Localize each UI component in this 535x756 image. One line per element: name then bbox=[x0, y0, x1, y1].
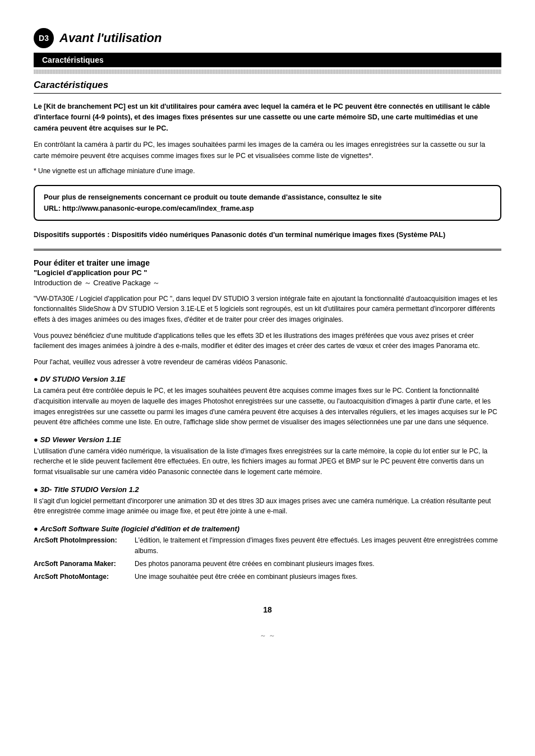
bullet-title-sd-viewer: SD Viewer Version 1.1E bbox=[34, 435, 501, 444]
arcsoft-table: ArcSoft PhotoImpression: L'édition, le t… bbox=[34, 535, 501, 583]
intro-paragraph-1: Le [Kit de branchement PC] est un kit d'… bbox=[34, 101, 501, 134]
black-bar-label: Caractéristiques bbox=[34, 53, 501, 67]
bullet-sd-viewer: SD Viewer Version 1.1E L'utilisation d'u… bbox=[34, 435, 501, 477]
description-1: "VW-DTA30E / Logiciel d'application pour… bbox=[34, 294, 501, 325]
bullet-title-arcsoft: ArcSoft Software Suite (logiciel d'éditi… bbox=[34, 525, 501, 533]
page-header: D3 Avant l'utilisation bbox=[34, 28, 501, 48]
info-box-line1: Pour plus de renseignements concernant c… bbox=[44, 192, 491, 203]
description-2: Vous pouvez bénéficiez d'une multitude d… bbox=[34, 331, 501, 351]
page-title: Avant l'utilisation bbox=[59, 31, 162, 45]
info-box-line2: URL: http://www.panasonic-europe.com/eca… bbox=[44, 203, 491, 214]
arcsoft-label-0: ArcSoft PhotoImpression: bbox=[34, 535, 129, 556]
description-3: Pour l'achat, veuillez vous adresser à v… bbox=[34, 357, 501, 368]
info-box: Pour plus de renseignements concernant c… bbox=[34, 185, 501, 221]
intro-creative-package: Introduction de ～ Creative Package ～ bbox=[34, 278, 501, 288]
section-icon: D3 bbox=[34, 28, 54, 48]
dispositifs-text: Dispositifs supportés : Dispositifs vidé… bbox=[34, 231, 501, 239]
double-line-separator bbox=[34, 249, 501, 251]
bullet-arcsoft: ArcSoft Software Suite (logiciel d'éditi… bbox=[34, 525, 501, 583]
bullet-body-dv-studio: La caméra peut être contrôlée depuis le … bbox=[34, 386, 501, 427]
subsection-title: Pour éditer et traiter une image bbox=[34, 258, 501, 267]
arcsoft-value-0: L'édition, le traitement et l'impression… bbox=[135, 535, 501, 556]
arcsoft-label-2: ArcSoft PhotoMontage: bbox=[34, 572, 129, 582]
section-italic-title: Caractéristiques bbox=[34, 80, 501, 94]
bullet-body-sd-viewer: L'utilisation d'une caméra vidéo numériq… bbox=[34, 446, 501, 477]
bullet-title-3d-title: 3D- Title STUDIO Version 1.2 bbox=[34, 485, 501, 494]
bullet-title-dv-studio: DV STUDIO Version 3.1E bbox=[34, 375, 501, 383]
arcsoft-value-1: Des photos panorama peuvent être créées … bbox=[135, 559, 501, 569]
intro-paragraph-2: En contrôlant la caméra à partir du PC, … bbox=[34, 140, 501, 161]
arcsoft-row-1: ArcSoft Panorama Maker: Des photos panor… bbox=[34, 559, 501, 569]
arcsoft-row-2: ArcSoft PhotoMontage: Une image souhaité… bbox=[34, 572, 501, 582]
arcsoft-value-2: Une image souhaitée peut être créée en c… bbox=[135, 572, 501, 582]
bullet-body-3d-title: Il s'agit d'un logiciel permettant d'inc… bbox=[34, 496, 501, 517]
page-number: 18 bbox=[34, 605, 501, 614]
arcsoft-label-1: ArcSoft Panorama Maker: bbox=[34, 559, 129, 569]
decorative-noise-bar bbox=[34, 69, 501, 74]
bottom-decoration: ～ ～ bbox=[34, 631, 501, 641]
bullet-3d-title: 3D- Title STUDIO Version 1.2 Il s'agit d… bbox=[34, 485, 501, 517]
arcsoft-row-0: ArcSoft PhotoImpression: L'édition, le t… bbox=[34, 535, 501, 556]
footnote-text: * Une vignette est un affichage miniatur… bbox=[34, 167, 501, 175]
logiciel-text: "Logiciel d'application pour PC " bbox=[34, 268, 501, 277]
bullet-dv-studio: DV STUDIO Version 3.1E La caméra peut êt… bbox=[34, 375, 501, 427]
